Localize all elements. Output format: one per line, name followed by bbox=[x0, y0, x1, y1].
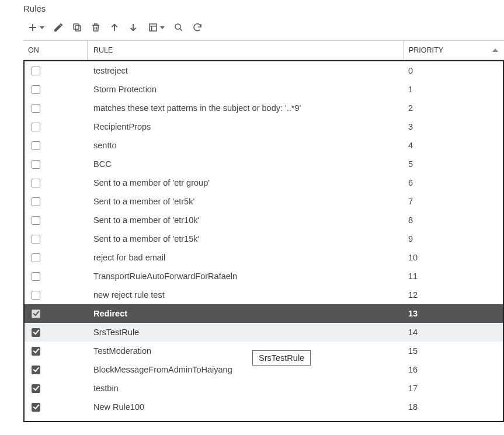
grid-body[interactable]: testreject0Storm Protection1matches thes… bbox=[25, 61, 503, 421]
cell-rule: RecipientProps bbox=[88, 122, 404, 131]
on-checkbox[interactable] bbox=[32, 160, 40, 169]
grid-body-wrap: testreject0Storm Protection1matches thes… bbox=[23, 60, 504, 422]
on-checkbox[interactable] bbox=[32, 253, 40, 262]
delete-button[interactable] bbox=[88, 19, 104, 36]
table-row[interactable]: reject for bad email10 bbox=[25, 248, 503, 267]
on-checkbox[interactable] bbox=[32, 85, 40, 94]
column-header-on[interactable]: ON bbox=[23, 41, 88, 60]
cell-on bbox=[25, 291, 88, 300]
on-checkbox[interactable] bbox=[32, 366, 40, 374]
arrow-up-icon bbox=[109, 22, 120, 33]
cell-priority: 12 bbox=[404, 290, 503, 300]
move-down-button[interactable] bbox=[125, 19, 141, 36]
on-checkbox[interactable] bbox=[32, 328, 40, 337]
on-checkbox[interactable] bbox=[32, 347, 40, 356]
table-row[interactable]: Redirect13 bbox=[25, 304, 503, 323]
table-row[interactable]: matches these text patterns in the subje… bbox=[25, 99, 503, 117]
cell-priority: 3 bbox=[404, 122, 503, 131]
on-checkbox[interactable] bbox=[32, 272, 40, 281]
cell-rule: Sent to a member of 'etr5k' bbox=[88, 197, 404, 206]
copy-button[interactable] bbox=[69, 19, 85, 36]
table-row[interactable]: BCC5 bbox=[25, 155, 503, 173]
table-row[interactable]: Storm Protection1 bbox=[25, 80, 503, 99]
on-checkbox[interactable] bbox=[32, 179, 40, 187]
table-row[interactable]: testbin17 bbox=[25, 379, 503, 398]
table-row[interactable]: Sent to a member of 'etr15k'9 bbox=[25, 229, 503, 248]
edit-button[interactable] bbox=[50, 19, 67, 36]
cell-rule: new reject rule test bbox=[88, 290, 404, 300]
search-button[interactable] bbox=[171, 19, 187, 36]
cell-priority: 7 bbox=[404, 197, 503, 206]
cell-priority: 0 bbox=[404, 66, 503, 75]
cell-priority: 15 bbox=[404, 346, 503, 356]
cell-rule: Redirect bbox=[88, 309, 404, 318]
rules-grid: ON RULE PRIORITY testreject0Storm Protec… bbox=[23, 40, 504, 422]
on-checkbox[interactable] bbox=[32, 197, 40, 206]
plus-icon bbox=[27, 22, 38, 33]
table-row[interactable]: Sent to a member of 'etr group'6 bbox=[25, 173, 503, 192]
table-row[interactable]: Sent to a member of 'etr5k'7 bbox=[25, 192, 503, 211]
refresh-button[interactable] bbox=[189, 19, 206, 36]
export-button[interactable] bbox=[144, 19, 168, 36]
cell-on bbox=[25, 403, 88, 412]
cell-on bbox=[25, 67, 88, 75]
cell-on bbox=[25, 160, 88, 169]
on-checkbox[interactable] bbox=[32, 141, 40, 150]
table-row[interactable]: TestModeration15 bbox=[25, 342, 503, 360]
on-checkbox[interactable] bbox=[32, 104, 40, 113]
move-up-button[interactable] bbox=[106, 19, 123, 36]
table-row[interactable]: testreject0 bbox=[25, 61, 503, 80]
on-checkbox[interactable] bbox=[32, 309, 40, 318]
cell-rule: BlockMessageFromAdminToHaiyang bbox=[88, 365, 404, 374]
cell-rule: Storm Protection bbox=[88, 85, 404, 94]
cell-priority: 9 bbox=[404, 234, 503, 243]
column-header-priority[interactable]: PRIORITY bbox=[404, 41, 504, 60]
table-row[interactable]: sentto4 bbox=[25, 136, 503, 155]
cell-on bbox=[25, 328, 88, 337]
table-row[interactable]: New Rule10018 bbox=[25, 398, 503, 416]
cell-rule: reject for bad email bbox=[88, 253, 404, 262]
cell-rule: sentto bbox=[88, 141, 404, 150]
table-row[interactable]: SrsTestRule14 bbox=[25, 323, 503, 342]
table-row[interactable]: BlockMessageFromAdminToHaiyang16 bbox=[25, 360, 503, 379]
svg-rect-3 bbox=[74, 24, 79, 29]
cell-rule: testreject bbox=[88, 66, 404, 75]
table-row[interactable]: Sent to a member of 'etr10k'8 bbox=[25, 211, 503, 229]
sort-asc-icon bbox=[492, 48, 498, 52]
table-row[interactable]: RecipientProps3 bbox=[25, 117, 503, 136]
cell-on bbox=[25, 85, 88, 94]
table-row[interactable]: TransportRuleAutoForwardForRafaeln11 bbox=[25, 267, 503, 286]
refresh-icon bbox=[192, 22, 203, 33]
on-checkbox[interactable] bbox=[32, 403, 40, 412]
add-button[interactable] bbox=[23, 19, 48, 36]
cell-priority: 18 bbox=[404, 402, 503, 412]
column-header-on-label: ON bbox=[28, 46, 39, 54]
on-checkbox[interactable] bbox=[32, 67, 40, 75]
cell-priority: 10 bbox=[404, 253, 503, 262]
on-checkbox[interactable] bbox=[32, 123, 40, 131]
cell-rule: matches these text patterns in the subje… bbox=[88, 103, 404, 113]
panel-title: Rules bbox=[23, 4, 504, 13]
svg-line-10 bbox=[180, 29, 182, 31]
copy-icon bbox=[72, 22, 82, 33]
on-checkbox[interactable] bbox=[32, 384, 40, 393]
cell-priority: 4 bbox=[404, 141, 503, 150]
table-row[interactable]: new reject rule test12 bbox=[25, 286, 503, 304]
arrow-down-icon bbox=[128, 22, 138, 33]
cell-on bbox=[25, 309, 88, 318]
column-header-priority-label: PRIORITY bbox=[409, 46, 443, 54]
column-header-rule-label: RULE bbox=[93, 46, 113, 54]
cell-priority: 14 bbox=[404, 328, 503, 337]
on-checkbox[interactable] bbox=[32, 291, 40, 300]
cell-on bbox=[25, 179, 88, 187]
on-checkbox[interactable] bbox=[32, 216, 40, 225]
cell-on bbox=[25, 216, 88, 225]
cell-on bbox=[25, 347, 88, 356]
cell-priority: 1 bbox=[404, 85, 503, 94]
caret-down-icon bbox=[160, 26, 165, 29]
column-header-rule[interactable]: RULE bbox=[88, 41, 404, 60]
cell-rule: Sent to a member of 'etr15k' bbox=[88, 234, 404, 243]
cell-rule: SrsTestRule bbox=[88, 328, 404, 337]
cell-on bbox=[25, 366, 88, 374]
on-checkbox[interactable] bbox=[32, 235, 40, 243]
